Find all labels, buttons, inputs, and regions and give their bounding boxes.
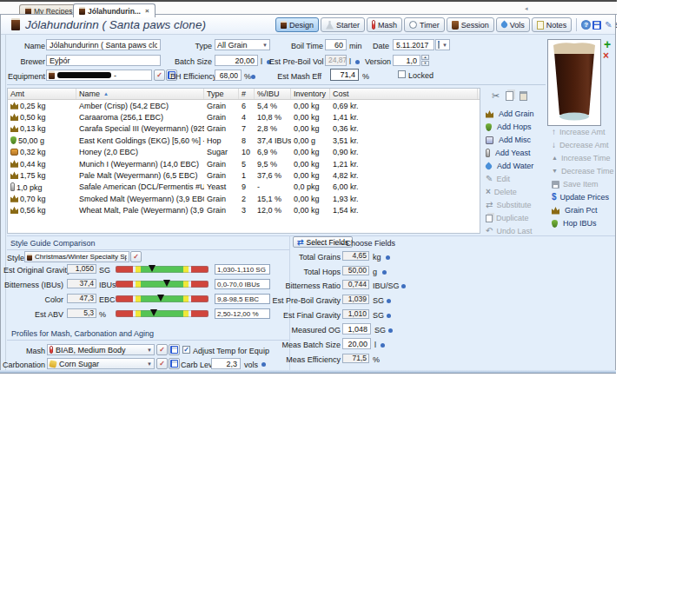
- decrease-amt-button[interactable]: ↓Decrease Amt: [552, 141, 609, 149]
- style-apply-button[interactable]: ✓: [130, 251, 142, 262]
- mash-save-button[interactable]: [169, 344, 180, 355]
- vols-view-button[interactable]: Vols: [496, 17, 530, 32]
- grain-icon: [10, 171, 18, 179]
- type-dropdown[interactable]: All Grain▼: [215, 39, 270, 50]
- adjust-temp-checkbox[interactable]: ✓: [182, 346, 190, 354]
- column-header-num[interactable]: #: [239, 89, 255, 99]
- mash-profile-dropdown[interactable]: BIAB, Medium Body ▼: [47, 344, 155, 355]
- cell-pct: 6,9 %: [255, 148, 291, 156]
- delete-button[interactable]: ×Delete: [486, 188, 517, 196]
- substitute-button[interactable]: ⇄Substitute: [486, 201, 531, 209]
- table-row[interactable]: 0,13 kg Carafa Special III (Weyermann) (…: [8, 123, 480, 135]
- save-icon[interactable]: [592, 21, 601, 30]
- table-row[interactable]: 0,25 kg Amber (Crisp) (54,2 EBC) Grain 6…: [8, 100, 480, 111]
- tab-scroll-left-icon[interactable]: ◂: [525, 5, 528, 12]
- stepper-up-icon[interactable]: ▲: [421, 55, 429, 60]
- brewer-input[interactable]: [46, 55, 161, 66]
- meas-batch-size-input[interactable]: [342, 338, 371, 349]
- table-row[interactable]: 0,70 kg Smoked Malt (Weyermann) (3,9 EBC…: [8, 193, 480, 204]
- bh-efficiency-input[interactable]: [215, 70, 242, 81]
- boil-time-input[interactable]: [325, 39, 347, 50]
- equipment-apply-button[interactable]: ✓: [154, 70, 165, 81]
- carbonation-dropdown[interactable]: Corn Sugar ▼: [47, 358, 155, 369]
- undo-last-button[interactable]: ↶Undo Last: [486, 227, 532, 235]
- up-arrow-icon: ↑: [552, 128, 556, 136]
- duplicate-button[interactable]: Duplicate: [486, 214, 529, 222]
- add-grain-button[interactable]: Add Grain: [486, 109, 534, 118]
- batch-size-label: Batch Size: [170, 57, 212, 66]
- add-hops-button[interactable]: Add Hops: [486, 123, 532, 131]
- column-header-type[interactable]: Type: [204, 89, 239, 99]
- date-picker-button[interactable]: ▼: [435, 39, 450, 50]
- stepper-down-icon[interactable]: ▼: [421, 61, 429, 66]
- update-prices-button[interactable]: $Update Prices: [552, 193, 609, 202]
- style-range-indicator: [116, 281, 208, 288]
- hop-ibus-button[interactable]: Hop IBUs: [552, 219, 597, 228]
- cell-pct: 12,0 %: [255, 206, 291, 215]
- est-preboil-value: 24,87: [325, 55, 347, 66]
- increase-time-button[interactable]: ▲Increase Time: [552, 154, 610, 162]
- batch-size-input[interactable]: [215, 55, 258, 66]
- table-row[interactable]: 0,56 kg Wheat Malt, Pale (Weyermann) (3,…: [8, 205, 480, 216]
- style-range-indicator: [116, 266, 208, 273]
- column-header-name[interactable]: Name▲: [76, 89, 204, 99]
- table-row[interactable]: 1,75 kg Pale Malt (Weyermann) (6,5 EBC) …: [8, 169, 480, 181]
- locked-checkbox[interactable]: [398, 70, 406, 78]
- add-water-button[interactable]: Add Water: [486, 162, 533, 170]
- session-view-button[interactable]: Session: [447, 17, 494, 32]
- measured-og-input[interactable]: [342, 323, 371, 334]
- add-misc-button[interactable]: Add Misc: [486, 136, 531, 144]
- cut-icon[interactable]: ✂: [492, 90, 500, 102]
- decrease-time-button[interactable]: ▼Decrease Time: [552, 167, 613, 176]
- column-header-pct[interactable]: %/IBU: [255, 89, 291, 99]
- mash-view-button[interactable]: Mash: [367, 17, 402, 32]
- field-label: Bitterness Ratio: [262, 282, 341, 290]
- grain-pct-button[interactable]: Grain Pct: [552, 206, 598, 215]
- cell-cost: 4,82 kr.: [330, 171, 478, 180]
- table-row[interactable]: 0,50 kg Caraaroma (256,1 EBC) Grain 4 10…: [8, 111, 480, 123]
- increase-amt-button[interactable]: ↑Increase Amt: [552, 128, 606, 136]
- field-value: 71,5: [342, 354, 369, 363]
- choose-fields-hint: - Choose Fields: [341, 239, 395, 248]
- copy-icon[interactable]: [506, 91, 513, 101]
- starter-view-button[interactable]: Starter: [321, 17, 365, 32]
- add-yeast-button[interactable]: Add Yeast: [486, 149, 531, 157]
- cell-name: Wheat Malt, Pale (Weyermann) (3,9 EBC): [76, 206, 204, 215]
- est-mash-eff-label: Est Mash Eff: [271, 72, 321, 81]
- field-label: Est Pre-Boil Gravity: [262, 296, 341, 305]
- version-input[interactable]: [393, 55, 420, 66]
- date-input[interactable]: [393, 39, 434, 50]
- table-row[interactable]: 0,32 kg Honey (2,0 EBC) Sugar 10 6,9 % 0…: [8, 147, 480, 158]
- tab-recipe[interactable]: Jólahundurin... ×: [73, 3, 156, 17]
- equipment-dropdown[interactable]: -: [46, 70, 152, 81]
- tab-close-icon[interactable]: ×: [145, 7, 149, 15]
- profiles-underline: [7, 340, 289, 341]
- mash-apply-button[interactable]: ✓: [156, 344, 168, 355]
- equipment-mug-icon: [49, 71, 55, 79]
- duplicate-icon: [486, 215, 493, 222]
- name-input[interactable]: [46, 39, 161, 50]
- help-icon[interactable]: ?: [581, 20, 591, 30]
- notes-view-button[interactable]: Notes: [532, 17, 573, 32]
- design-view-button[interactable]: Design: [275, 17, 319, 32]
- table-row[interactable]: 50,00 g East Kent Goldings (EKG) [5,60 %…: [8, 135, 480, 146]
- column-header-cost[interactable]: Cost: [330, 89, 478, 99]
- edit-button[interactable]: ✎Edit: [486, 175, 510, 183]
- timer-view-button[interactable]: Timer: [404, 17, 445, 32]
- column-header-inventory[interactable]: Inventory: [291, 89, 330, 99]
- carbonation-apply-button[interactable]: ✓: [156, 358, 168, 369]
- carbonation-save-button[interactable]: [169, 358, 180, 369]
- column-header-amt[interactable]: Amt: [8, 89, 76, 99]
- style-dropdown[interactable]: Christmas/Winter Specialty Spice B: [24, 251, 129, 262]
- paste-icon[interactable]: [520, 91, 527, 101]
- cell-num: 10: [239, 148, 255, 156]
- range-marker-icon: [157, 295, 164, 301]
- table-row[interactable]: 0,44 kg Munich I (Weyermann) (14,0 EBC) …: [8, 158, 480, 169]
- cell-cost: 0,36 kr.: [330, 124, 478, 133]
- carb-level-input[interactable]: [211, 358, 241, 369]
- remove-ingredient-x-icon[interactable]: ×: [603, 50, 609, 62]
- grain-icon: [10, 124, 18, 132]
- table-row[interactable]: 1,0 pkg Safale American (DCL/Fermentis #…: [8, 182, 480, 193]
- version-stepper[interactable]: ▲▼: [421, 55, 429, 66]
- save-item-button[interactable]: Save Item: [552, 180, 599, 189]
